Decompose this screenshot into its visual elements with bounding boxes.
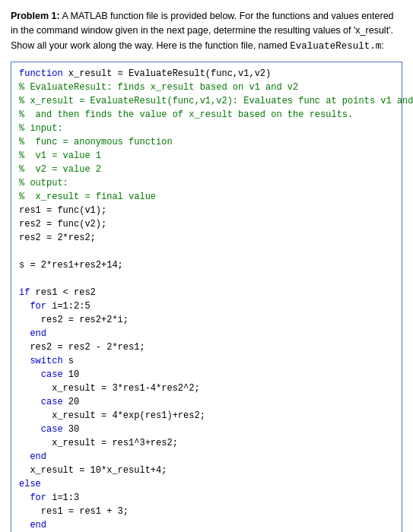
code-line-26: x_result = res1^3+res2; xyxy=(19,436,394,450)
problem-label: Problem 1: xyxy=(11,11,60,21)
problem-filename: EvaluateResult.m xyxy=(290,41,381,52)
code-line-blank2 xyxy=(19,272,394,286)
code-line-16: for i=1:2:5 xyxy=(19,299,394,313)
code-line-13: res2 = 2*res2; xyxy=(19,231,394,245)
code-line-6: % func = anonymous function xyxy=(19,135,394,149)
code-line-23: case 20 xyxy=(19,395,394,409)
code-block: function x_result = EvaluateResult(func,… xyxy=(11,62,402,532)
code-line-1: function x_result = EvaluateResult(func,… xyxy=(19,67,394,81)
code-line-2: % EvaluateResult: finds x_result based o… xyxy=(19,81,394,94)
code-line-22: x_result = 3*res1-4*res2^2; xyxy=(19,382,394,395)
code-line-7: % v1 = value 1 xyxy=(19,149,394,163)
code-line-21: case 10 xyxy=(19,368,394,382)
code-line-31: res1 = res1 + 3; xyxy=(19,505,394,518)
code-line-5: % input: xyxy=(19,122,394,135)
problem-variable: 'x_result' xyxy=(354,25,391,36)
code-line-17: res2 = res2+2*i; xyxy=(19,313,394,327)
code-line-10: % x_result = final value xyxy=(19,190,394,204)
code-line-20: switch s xyxy=(19,354,394,368)
code-line-30: for i=1:3 xyxy=(19,491,394,505)
code-line-32: end xyxy=(19,518,394,532)
code-line-29: else xyxy=(19,477,394,491)
code-line-12: res2 = func(v2); xyxy=(19,217,394,231)
code-line-27: end xyxy=(19,450,394,464)
code-line-3: % x_result = EvaluateResult(func,v1,v2):… xyxy=(19,94,394,108)
code-line-28: x_result = 10*x_result+4; xyxy=(19,464,394,477)
problem-statement: Problem 1: A MATLAB function file is pro… xyxy=(11,9,402,54)
code-line-14: s = 2*res1+res2+14; xyxy=(19,258,394,272)
code-line-15: if res1 < res2 xyxy=(19,286,394,299)
code-line-24: x_result = 4*exp(res1)+res2; xyxy=(19,409,394,423)
code-line-blank1 xyxy=(19,245,394,258)
code-line-9: % output: xyxy=(19,176,394,190)
code-line-8: % v2 = value 2 xyxy=(19,163,394,176)
problem-desc1: A MATLAB function file is provided below… xyxy=(11,11,394,36)
code-line-18: end xyxy=(19,327,394,340)
code-line-19: res2 = res2 - 2*res1; xyxy=(19,340,394,354)
problem-filename-suffix: : xyxy=(381,40,383,51)
code-line-25: case 30 xyxy=(19,423,394,436)
code-line-11: res1 = func(v1); xyxy=(19,204,394,217)
code-line-4: % and then finds the value of x_result b… xyxy=(19,108,394,122)
